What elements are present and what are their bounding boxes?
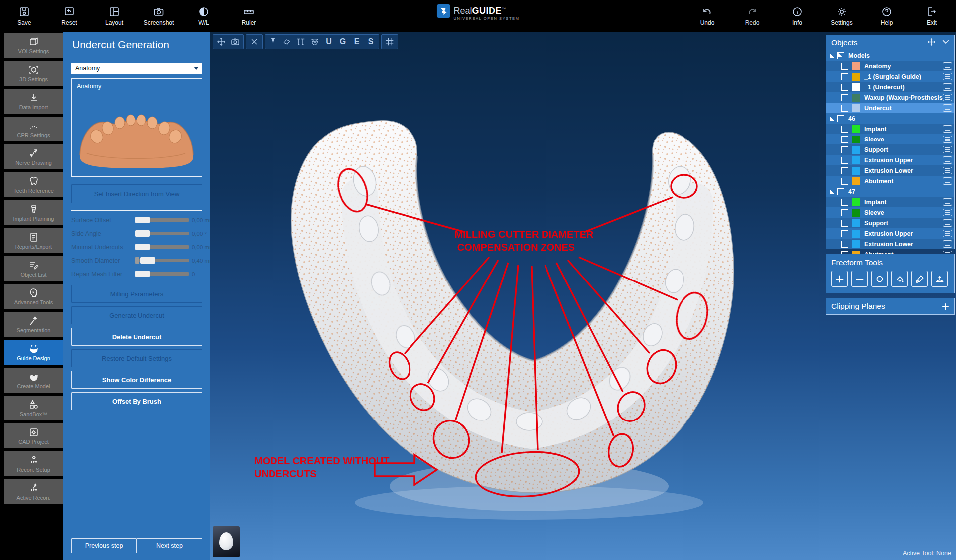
sidebar-item-segmentation[interactable]: Segmentation — [4, 312, 63, 337]
smooth-diameter-slider[interactable] — [135, 259, 189, 262]
item-menu-icon[interactable] — [943, 62, 952, 70]
grid-icon[interactable] — [383, 35, 396, 48]
item-menu-icon[interactable] — [943, 94, 952, 101]
freeform-add-button[interactable] — [831, 271, 848, 287]
close-icon[interactable] — [248, 35, 261, 48]
item-menu-icon[interactable] — [943, 83, 952, 91]
orientation-indicator[interactable] — [213, 526, 240, 557]
tree-item-undercut-1[interactable]: _1 (Undercut) — [826, 82, 954, 92]
freeform-draw-button[interactable] — [911, 271, 928, 287]
item-menu-icon[interactable] — [943, 156, 952, 164]
visibility-checkbox[interactable] — [837, 115, 844, 122]
item-menu-icon[interactable] — [943, 219, 952, 227]
surface-offset-slider[interactable] — [135, 218, 189, 222]
sidebar-item-recon-setup[interactable]: Recon. Setup — [4, 451, 63, 476]
sidebar-item-data-import[interactable]: Data Import — [4, 89, 63, 114]
set-insert-direction-button[interactable]: Set Insert Direction from View — [71, 184, 202, 203]
tree-group-47[interactable]: 47 — [826, 186, 954, 197]
expander-icon[interactable] — [830, 190, 834, 194]
screenshot-button[interactable]: Screenshot — [137, 0, 181, 32]
sidebar-item-create-model[interactable]: Create Model — [4, 368, 63, 393]
item-menu-icon[interactable] — [943, 146, 952, 153]
generate-undercut-button[interactable]: Generate Undercut — [71, 306, 202, 324]
item-menu-icon[interactable] — [943, 177, 952, 185]
redo-button[interactable]: Redo — [730, 0, 775, 32]
freeform-fill-button[interactable] — [891, 271, 908, 287]
tree-item-undercut[interactable]: Undercut — [826, 103, 954, 113]
sidebar-item-3d-settings[interactable]: 3D Settings — [4, 61, 63, 86]
tree-item-anatomy[interactable]: Anatomy — [826, 61, 954, 71]
visibility-checkbox[interactable] — [841, 178, 848, 185]
tree-item-extrusion-lower-47[interactable]: Extrusion Lower — [826, 239, 954, 249]
tree-item-support-46[interactable]: Support — [826, 144, 954, 155]
slider-handle[interactable] — [140, 257, 155, 264]
visibility-checkbox[interactable] — [841, 136, 848, 143]
sidebar-item-sandbox[interactable]: SandBox™ — [4, 396, 63, 420]
slider-handle[interactable] — [135, 230, 150, 237]
pan-move-icon[interactable] — [215, 35, 228, 48]
item-menu-icon[interactable] — [943, 167, 952, 174]
restore-default-settings-button[interactable]: Restore Default Settings — [71, 349, 202, 367]
implant-visibility-icon[interactable] — [267, 35, 279, 48]
tree-item-support-47[interactable]: Support — [826, 218, 954, 228]
side-angle-slider[interactable] — [135, 232, 189, 235]
visibility-checkbox[interactable] — [841, 220, 848, 227]
help-button[interactable]: Help — [864, 0, 909, 32]
slider-handle[interactable] — [135, 244, 150, 250]
prosthesis-icon[interactable] — [308, 35, 321, 48]
visibility-checkbox[interactable] — [841, 63, 848, 70]
expander-icon[interactable] — [830, 54, 834, 58]
expander-icon[interactable] — [830, 117, 834, 121]
sidebar-item-cad-project[interactable]: CAD Project — [4, 423, 63, 448]
info-button[interactable]: Info — [775, 0, 819, 32]
toggle-g-button[interactable]: G — [336, 35, 349, 48]
tree-item-waxup[interactable]: Waxup (Waxup-Prosthesis) — [826, 92, 954, 103]
offset-by-brush-button[interactable]: Offset By Brush — [71, 392, 202, 410]
visibility-checkbox[interactable] — [841, 230, 848, 237]
tree-item-abutment-46[interactable]: Abutment — [826, 176, 954, 186]
tree-item-implant-47[interactable]: Implant — [826, 197, 954, 207]
toggle-s-button[interactable]: S — [364, 35, 377, 48]
tree-item-implant-46[interactable]: Implant — [826, 124, 954, 134]
item-menu-icon[interactable] — [943, 125, 952, 133]
item-menu-icon[interactable] — [943, 198, 952, 206]
settings-button[interactable]: Settings — [819, 0, 864, 32]
sidebar-item-active-recon[interactable]: Active Recon. — [4, 479, 63, 504]
sidebar-item-advanced-tools[interactable]: Advanced Tools — [4, 284, 63, 309]
tree-item-extrusion-upper-47[interactable]: Extrusion Upper — [826, 228, 954, 239]
sidebar-item-implant-planning[interactable]: Implant Planning — [4, 200, 63, 225]
slider-handle[interactable] — [135, 217, 150, 223]
item-menu-icon[interactable] — [943, 104, 952, 112]
undo-button[interactable]: Undo — [685, 0, 730, 32]
visibility-checkbox[interactable] — [837, 52, 844, 59]
window-level-button[interactable]: W/L — [181, 0, 226, 32]
item-menu-icon[interactable] — [943, 136, 952, 143]
collapse-panel-icon[interactable] — [941, 37, 950, 48]
freeform-smooth-button[interactable] — [871, 271, 888, 287]
freeform-level-button[interactable] — [931, 271, 948, 287]
sidebar-item-voi-settings[interactable]: VOI Settings — [4, 33, 63, 58]
sidebar-item-teeth-reference[interactable]: Teeth Reference — [4, 172, 63, 197]
tree-group-46[interactable]: 46 — [826, 113, 954, 124]
slider-handle[interactable] — [135, 271, 150, 277]
visibility-checkbox[interactable] — [841, 105, 848, 112]
visibility-checkbox[interactable] — [841, 126, 848, 133]
tree-item-sleeve-47[interactable]: Sleeve — [826, 207, 954, 218]
minimal-undercuts-slider[interactable] — [135, 245, 189, 249]
visibility-checkbox[interactable] — [841, 146, 848, 153]
previous-step-button[interactable]: Previous step — [71, 538, 137, 553]
visibility-checkbox[interactable] — [841, 84, 848, 91]
sidebar-item-object-list[interactable]: Object List — [4, 256, 63, 281]
item-menu-icon[interactable] — [943, 209, 952, 216]
tree-item-extrusion-lower-46[interactable]: Extrusion Lower — [826, 165, 954, 176]
toggle-u-button[interactable]: U — [322, 35, 335, 48]
teeth-numbers-icon[interactable] — [294, 35, 307, 48]
visibility-checkbox[interactable] — [841, 73, 848, 80]
move-panel-icon[interactable] — [927, 37, 936, 49]
add-clipping-plane-button[interactable]: + — [942, 301, 949, 311]
item-menu-icon[interactable] — [943, 240, 952, 248]
sidebar-item-reports-export[interactable]: Reports/Export — [4, 228, 63, 253]
freeform-subtract-button[interactable] — [851, 271, 868, 287]
toggle-e-button[interactable]: E — [350, 35, 363, 48]
visibility-checkbox[interactable] — [841, 209, 848, 216]
